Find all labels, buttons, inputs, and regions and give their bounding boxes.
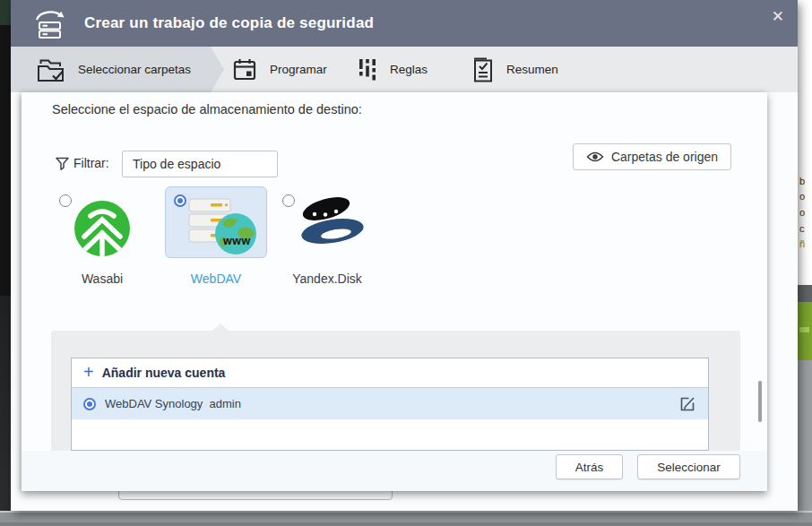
clipped-text: o (799, 207, 805, 218)
step-seleccionar-carpetas[interactable]: Seleccionar carpetas (36, 47, 191, 92)
step-label: Resumen (506, 63, 558, 76)
filter-label: Filtrar: (73, 156, 109, 170)
provider-label-wasabi[interactable]: Wasabi (57, 272, 147, 286)
step-reglas[interactable]: Reglas (357, 47, 428, 92)
account-label: WebDAV Synology admin (105, 397, 241, 410)
webdav-server-icon: www (187, 197, 259, 256)
background-block (798, 285, 812, 302)
calendar-icon (231, 56, 258, 83)
eye-icon (586, 151, 604, 163)
back-button[interactable]: Atrás (556, 454, 623, 479)
wasabi-logo-icon[interactable] (73, 199, 132, 258)
provider-label-webdav[interactable]: WebDAV (165, 272, 267, 286)
edit-icon[interactable] (678, 395, 696, 413)
add-account-button[interactable]: + Añadir nueva cuenta (72, 358, 708, 388)
account-list: + Añadir nueva cuenta WebDAV Synology ad… (71, 358, 709, 451)
svg-text:www: www (222, 235, 251, 247)
radio-wasabi[interactable] (59, 194, 72, 207)
dialog-titlebar: Crear un trabajo de copia de seguridad ✕ (11, 0, 798, 47)
source-folders-label: Carpetas de origen (611, 150, 718, 164)
clipped-text: o (799, 191, 805, 202)
sliders-icon (357, 57, 378, 82)
radio-account[interactable] (83, 398, 96, 410)
clipboard-icon (471, 56, 495, 83)
step-label: Reglas (390, 63, 428, 76)
clipped-text: b (799, 176, 805, 186)
yandex-disk-ufo-icon[interactable] (290, 194, 369, 249)
background-block (798, 302, 812, 360)
clipped-text: c (799, 223, 805, 234)
backup-drive-icon (32, 7, 68, 39)
provider-label-yandex-disk[interactable]: Yandex.Disk (277, 272, 377, 286)
destination-selection-panel: Seleccione el espacio de almacenamiento … (22, 92, 767, 491)
radio-webdav[interactable] (174, 194, 186, 207)
filter-type-input[interactable] (122, 151, 278, 177)
panel-footer: Atrás Seleccionar (22, 451, 767, 491)
pointer-notch (212, 323, 229, 331)
filter-icon (55, 156, 70, 171)
close-icon[interactable]: ✕ (770, 7, 786, 26)
clipped-text: ñ (799, 238, 805, 249)
provider-card-webdav[interactable]: www (165, 186, 267, 258)
background-block (798, 360, 812, 511)
wizard-steps: Seleccionar carpetas Programar (11, 47, 798, 92)
background-left-strip (0, 0, 11, 511)
step-programar[interactable]: Programar (231, 47, 327, 92)
source-folders-button[interactable]: Carpetas de origen (573, 143, 731, 170)
step-resumen[interactable]: Resumen (471, 47, 558, 92)
plus-icon: + (83, 363, 94, 381)
background-right-strip: b o o c ñ (798, 0, 812, 511)
background-bottom-band (0, 511, 812, 526)
add-account-label: Añadir nueva cuenta (102, 366, 226, 380)
folder-check-icon (36, 56, 66, 84)
dialog-title: Crear un trabajo de copia de seguridad (84, 14, 374, 32)
panel-scrollbar-thumb[interactable] (758, 381, 762, 422)
step-label: Seleccionar carpetas (78, 63, 191, 76)
select-button[interactable]: Seleccionar (637, 454, 740, 479)
step-label: Programar (270, 63, 327, 76)
panel-heading: Seleccione el espacio de almacenamiento … (52, 102, 362, 116)
account-row-webdav-synology[interactable]: WebDAV Synology admin (72, 388, 708, 419)
